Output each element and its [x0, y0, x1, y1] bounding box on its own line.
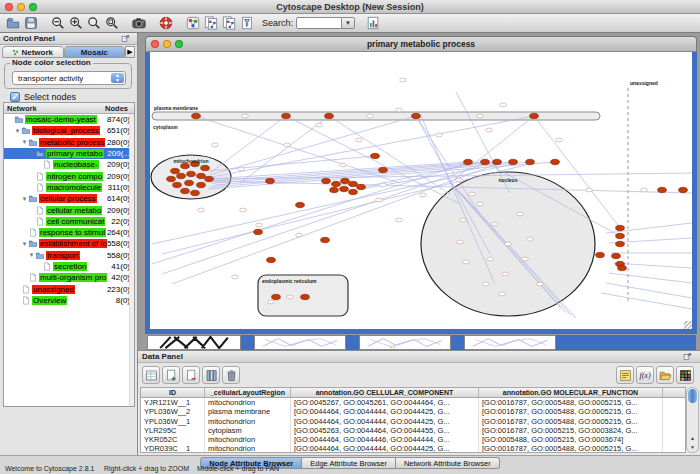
network-node[interactable]: [266, 178, 275, 183]
network-node[interactable]: [205, 176, 214, 181]
scrollbar-thumb[interactable]: [688, 389, 697, 403]
network-node-unmatched[interactable]: [505, 242, 512, 246]
attribute-table[interactable]: ID_cellularLayoutRegionannotation.GO CEL…: [140, 387, 686, 453]
snapshot-icon[interactable]: [130, 15, 148, 32]
network-node[interactable]: [481, 159, 490, 164]
network-node[interactable]: [191, 190, 200, 195]
network-node-unmatched[interactable]: [400, 78, 407, 82]
minimized-window-thumbnail[interactable]: [147, 335, 241, 350]
network-node[interactable]: [322, 178, 331, 183]
float-panel-icon[interactable]: [116, 30, 134, 47]
export-network-icon[interactable]: [220, 15, 238, 32]
network-node-unmatched[interactable]: [396, 108, 403, 112]
network-node-unmatched[interactable]: [380, 183, 387, 187]
network-node[interactable]: [185, 180, 194, 185]
network-node[interactable]: [341, 178, 350, 183]
expander-icon[interactable]: ▼: [21, 139, 28, 145]
network-node[interactable]: [192, 113, 201, 118]
save-session-icon[interactable]: [22, 15, 40, 32]
tree-item-secretion[interactable]: secretion41(0): [4, 261, 134, 272]
network-window-titlebar[interactable]: primary metabolic process: [145, 36, 697, 52]
network-node[interactable]: [616, 225, 625, 230]
expander-icon[interactable]: ▼: [28, 252, 35, 258]
tab-network-attribute-browser[interactable]: Network Attribute Browser: [396, 457, 500, 469]
tree-item-unassigned[interactable]: unassigned223(0): [4, 283, 134, 294]
expander-icon[interactable]: ▼: [28, 151, 35, 157]
open-session-icon[interactable]: [4, 15, 22, 32]
search-input[interactable]: [296, 17, 342, 29]
network-node-unmatched[interactable]: [477, 114, 484, 118]
tree-item-nitrogen-compo[interactable]: nitrogen compo209(0): [4, 170, 134, 181]
network-node-unmatched[interactable]: [232, 275, 239, 279]
tree-item-metabolic-process[interactable]: ▼metabolic process280(0): [4, 137, 134, 148]
network-node[interactable]: [282, 113, 291, 118]
formula-builder-icon[interactable]: f(x): [636, 366, 654, 384]
network-node-unmatched[interactable]: [287, 295, 294, 299]
zoom-in-icon[interactable]: [67, 15, 85, 32]
network-node-unmatched[interactable]: [356, 138, 363, 142]
network-node[interactable]: [526, 159, 535, 164]
network-node-unmatched[interactable]: [367, 114, 374, 118]
network-node[interactable]: [464, 159, 473, 164]
network-node-unmatched[interactable]: [256, 223, 263, 227]
node-color-dropdown[interactable]: transporter activity ▲▼: [12, 71, 126, 85]
network-node-unmatched[interactable]: [238, 167, 245, 171]
network-node-unmatched[interactable]: [586, 188, 593, 192]
network-node-unmatched[interactable]: [212, 143, 219, 147]
minimized-window-thumbnail[interactable]: • •: [359, 335, 451, 350]
tree-item-cell-communicat[interactable]: cell communicat22(0): [4, 216, 134, 227]
tree-item-macromolecule[interactable]: macromolecule311(0): [4, 182, 134, 193]
network-node-unmatched[interactable]: [522, 257, 529, 261]
import-network-icon[interactable]: [202, 15, 220, 32]
tree-item-nucleobase-[interactable]: nucleobase-209(0): [4, 159, 134, 170]
network-node[interactable]: [181, 188, 190, 193]
minimized-window-thumbnail[interactable]: [254, 335, 346, 350]
network-node-unmatched[interactable]: [477, 202, 484, 206]
network-node[interactable]: [301, 294, 310, 299]
network-node[interactable]: [349, 181, 358, 186]
network-node-unmatched[interactable]: [340, 163, 347, 167]
network-node[interactable]: [616, 233, 625, 238]
network-node[interactable]: [173, 182, 182, 187]
network-node-unmatched[interactable]: [240, 208, 247, 212]
delete-attribute-icon[interactable]: [182, 366, 200, 384]
help-icon[interactable]: [157, 15, 175, 32]
tree-item-mosaic-demo-yeast[interactable]: mosaic-demo-yeast874(0): [4, 114, 134, 125]
network-node[interactable]: [340, 186, 349, 191]
tab-edge-attribute-browser[interactable]: Edge Attribute Browser: [302, 457, 396, 469]
column-header[interactable]: annotation.GO CELLULAR_COMPONENT: [291, 388, 479, 397]
tree-scrollbar[interactable]: [129, 114, 134, 406]
network-node-unmatched[interactable]: [641, 188, 648, 192]
network-node-unmatched[interactable]: [469, 192, 476, 196]
network-node-unmatched[interactable]: [198, 208, 205, 212]
network-view-window[interactable]: primary metabolic process plasma membran…: [145, 36, 697, 334]
network-node[interactable]: [267, 257, 276, 262]
network-node[interactable]: [618, 265, 627, 270]
network-node[interactable]: [509, 159, 518, 164]
network-node-unmatched[interactable]: [376, 198, 383, 202]
float-panel-icon[interactable]: [678, 348, 696, 365]
network-node-unmatched[interactable]: [483, 282, 490, 286]
network-node[interactable]: [187, 171, 196, 176]
network-node-unmatched[interactable]: [420, 193, 427, 197]
tree-item-transport[interactable]: ▼transport558(0): [4, 250, 134, 261]
tree-item-overview[interactable]: Overview8(0): [4, 295, 134, 306]
network-node-unmatched[interactable]: [517, 212, 524, 216]
network-node-unmatched[interactable]: [487, 257, 494, 261]
tab-overflow-button[interactable]: ▶: [125, 46, 135, 58]
network-node[interactable]: [530, 113, 539, 118]
network-node-unmatched[interactable]: [457, 240, 464, 244]
network-node-unmatched[interactable]: [537, 282, 544, 286]
column-header[interactable]: _cellularLayoutRegion: [205, 388, 291, 397]
network-node-unmatched[interactable]: [486, 128, 493, 132]
network-node[interactable]: [493, 159, 502, 164]
table-scrollbar[interactable]: ▲ ▼: [686, 387, 699, 453]
table-row[interactable]: YJR121W__1mitochondrion[GO:0045267, GO:0…: [141, 398, 685, 407]
network-node-unmatched[interactable]: [500, 103, 507, 107]
scroll-down-icon[interactable]: ▼: [687, 443, 698, 452]
network-node-unmatched[interactable]: [316, 123, 323, 127]
network-node-unmatched[interactable]: [456, 178, 463, 182]
network-node-unmatched[interactable]: [436, 133, 443, 137]
network-node[interactable]: [177, 173, 186, 178]
tree-item-cellular-metabo[interactable]: cellular metabo209(0): [4, 204, 134, 215]
